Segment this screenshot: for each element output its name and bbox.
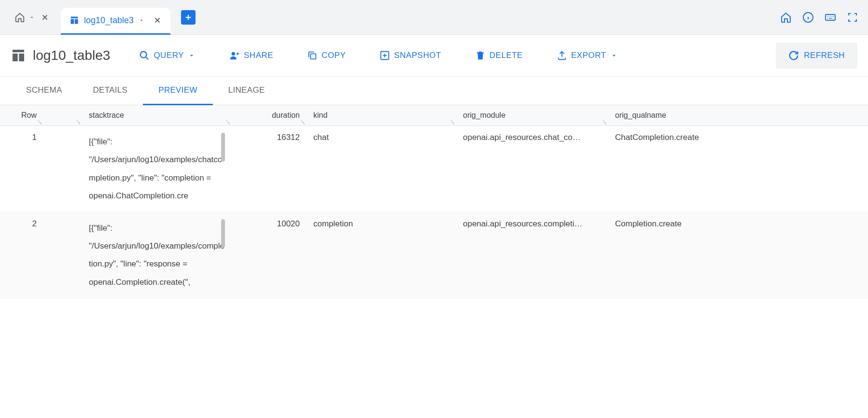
info-icon[interactable] (802, 12, 814, 23)
home-icon[interactable] (780, 12, 792, 23)
snapshot-label: SNAPSHOT (394, 51, 441, 60)
cell-stacktrace: [{"file": "/Users/arjun/log10/examples/c… (82, 212, 232, 298)
chevron-down-icon[interactable] (29, 14, 35, 20)
svg-rect-1 (826, 14, 835, 20)
cell-stacktrace: [{"file": "/Users/arjun/log10/examples/c… (82, 126, 232, 212)
cell-duration: 10020 (232, 212, 307, 298)
scrollbar[interactable] (221, 133, 225, 162)
svg-point-3 (232, 52, 235, 56)
cell-row: 2 (0, 212, 43, 298)
topbar-right (780, 12, 858, 23)
query-button[interactable]: QUERY (131, 46, 203, 65)
topbar: log10_table3 (0, 0, 868, 35)
tab-current[interactable]: log10_table3 (61, 8, 170, 35)
svg-rect-4 (310, 54, 316, 59)
close-icon[interactable] (153, 16, 162, 25)
delete-icon (475, 50, 486, 61)
add-tab-button[interactable] (181, 10, 196, 25)
header: log10_table3 QUERY SHARE COPY SNAPSHOT D… (0, 35, 868, 77)
table-row: 2 [{"file": "/Users/arjun/log10/examples… (0, 212, 868, 298)
cell-duration: 16312 (232, 126, 307, 212)
share-button[interactable]: SHARE (222, 46, 281, 65)
tab-details[interactable]: DETAILS (78, 77, 143, 105)
cell-row: 1 (0, 126, 43, 212)
chevron-down-icon (610, 52, 618, 59)
cell-kind: completion (307, 212, 456, 298)
query-label: QUERY (154, 51, 184, 60)
col-header-orig-qualname[interactable]: orig_qualname (608, 105, 868, 126)
table-icon (70, 15, 79, 25)
col-header-row[interactable]: Row (0, 105, 43, 126)
snapshot-icon (379, 50, 390, 61)
home-icon (14, 12, 25, 23)
resize-handle[interactable] (75, 119, 81, 125)
export-icon (557, 50, 567, 61)
table-icon (11, 48, 26, 63)
resize-handle[interactable] (300, 119, 306, 125)
table-row: 1 [{"file": "/Users/arjun/log10/examples… (0, 126, 868, 212)
home-tab[interactable] (10, 12, 54, 23)
snapshot-button[interactable]: SNAPSHOT (372, 46, 449, 65)
cell-empty (43, 126, 82, 212)
col-header-orig-module[interactable]: orig_module (456, 105, 608, 126)
resize-handle[interactable] (602, 119, 607, 125)
cell-kind: chat (307, 126, 456, 212)
tab-lineage[interactable]: LINEAGE (213, 77, 280, 105)
resize-handle[interactable] (449, 119, 455, 125)
col-header-kind[interactable]: kind (307, 105, 456, 126)
copy-icon (307, 50, 318, 61)
cell-empty (43, 212, 82, 298)
tab-title: log10_table3 (84, 15, 134, 26)
fullscreen-icon[interactable] (847, 12, 858, 23)
col-header-duration[interactable]: duration (232, 105, 307, 126)
copy-button[interactable]: COPY (299, 46, 353, 65)
page-title: log10_table3 (33, 48, 110, 63)
copy-label: COPY (322, 51, 346, 60)
close-icon[interactable] (41, 13, 49, 22)
export-button[interactable]: EXPORT (549, 46, 626, 65)
delete-label: DELETE (490, 51, 523, 60)
chevron-down-icon (188, 52, 196, 59)
cell-orig-qualname: ChatCompletion.create (608, 126, 868, 212)
refresh-button[interactable]: REFRESH (776, 42, 857, 69)
share-icon (229, 50, 240, 61)
col-header-empty[interactable] (43, 105, 82, 126)
share-label: SHARE (244, 51, 273, 60)
cell-orig-module: openai.api_resources.chat_co… (456, 126, 608, 212)
keyboard-icon[interactable] (825, 12, 836, 23)
resize-handle[interactable] (37, 119, 42, 125)
plus-icon (184, 13, 193, 22)
search-icon (139, 50, 150, 61)
tab-schema[interactable]: SCHEMA (11, 77, 78, 105)
chevron-down-icon[interactable] (139, 17, 144, 23)
cell-orig-qualname: Completion.create (608, 212, 868, 298)
cell-orig-module: openai.api_resources.completi… (456, 212, 608, 298)
delete-button[interactable]: DELETE (467, 46, 531, 65)
tabs: SCHEMA DETAILS PREVIEW LINEAGE (0, 77, 868, 105)
scrollbar[interactable] (221, 219, 225, 248)
resize-handle[interactable] (225, 119, 231, 125)
refresh-label: REFRESH (804, 51, 845, 60)
data-table: Row stacktrace duration kind orig_module… (0, 105, 868, 298)
svg-point-2 (140, 52, 147, 58)
col-header-stacktrace[interactable]: stacktrace (82, 105, 232, 126)
refresh-icon (788, 50, 799, 61)
tab-preview[interactable]: PREVIEW (143, 77, 213, 105)
export-label: EXPORT (571, 51, 606, 60)
